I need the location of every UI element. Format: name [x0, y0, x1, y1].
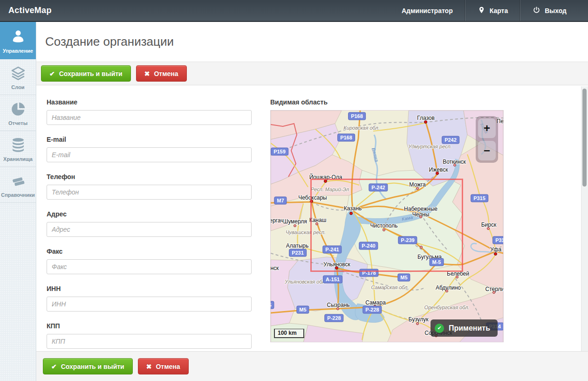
sidebar-item-reports[interactable]: Отчеты	[0, 95, 36, 131]
x-icon: ✖	[146, 363, 152, 370]
zoom-out-button[interactable]: −	[478, 141, 496, 160]
nav-map-link[interactable]: Карта	[465, 0, 520, 21]
address-field-group: Адрес	[47, 210, 252, 237]
map-city-dot	[494, 252, 497, 256]
fax-field-group: Факс	[47, 248, 252, 274]
check-icon: ✔	[51, 363, 57, 370]
kpp-field-group: КПП	[47, 322, 252, 349]
app-logo[interactable]: ActiveMap	[0, 6, 52, 15]
organization-form: НазваниеE-mailТелефонАдресФаксИННКПП	[47, 85, 252, 351]
sidebar-item-label: Управление	[3, 48, 33, 54]
fax-input[interactable]	[47, 259, 252, 274]
map-city-label: Шумерля	[283, 219, 307, 224]
phone-input[interactable]	[47, 185, 252, 200]
sidebar-item-directories[interactable]: Справочники	[0, 167, 36, 203]
page-title: Создание организации	[45, 35, 174, 49]
apply-button-label: Применить	[449, 324, 490, 333]
map-city-dot	[487, 227, 490, 230]
map-column: Видимая область	[270, 85, 504, 351]
nav-user[interactable]: Администратор	[390, 0, 465, 21]
save-button-bottom-label: Сохранить и выйти	[61, 363, 124, 370]
sidebar-item-label: Справочники	[1, 192, 35, 198]
save-button-label: Сохранить и выйти	[59, 70, 123, 77]
cancel-button-bottom-label: Отмена	[156, 363, 180, 370]
scrollbar[interactable]	[581, 86, 588, 351]
map-scale: 100 km	[274, 329, 304, 338]
name-input[interactable]	[47, 110, 252, 125]
apply-button[interactable]: ✔ Применить	[431, 319, 498, 337]
map-road-badge: Р168	[337, 134, 355, 142]
map-region-label: Удмуртская респ.	[408, 144, 452, 149]
map-road-badge: Р168	[348, 112, 366, 120]
phone-field-group: Телефон	[47, 173, 252, 200]
kpp-input[interactable]	[47, 334, 252, 349]
map-city-label: Бузулук	[409, 317, 429, 322]
map-city-dot	[456, 276, 458, 278]
email-field-group: E-mail	[47, 136, 252, 162]
map-city-dot	[336, 307, 339, 310]
inn-field-group: ИНН	[47, 285, 252, 312]
save-button[interactable]: ✔ Сохранить и выйти	[41, 65, 131, 82]
sidebar-item-management[interactable]: Управление	[0, 22, 36, 59]
map-region-label: Ульяновская обл.	[285, 279, 326, 284]
map-city-dot	[424, 120, 427, 124]
map-road-badge: Р159	[271, 148, 288, 156]
fax-label: Факс	[47, 248, 252, 255]
nav-map-label: Карта	[490, 7, 508, 14]
address-input[interactable]	[47, 222, 252, 237]
database-icon	[10, 137, 27, 153]
cancel-button-bottom[interactable]: ✖ Отмена	[138, 358, 189, 374]
name-field-group: Название	[47, 98, 252, 125]
map-city-label: Саранск	[270, 265, 279, 271]
name-label: Название	[47, 98, 252, 106]
sidebar-item-storages[interactable]: Хранилища	[0, 131, 36, 167]
map-road-badge: М5	[270, 301, 274, 309]
nav-logout[interactable]: Выход	[520, 0, 579, 21]
map-city-dot	[492, 291, 495, 294]
map-road-badge: А-151	[323, 276, 342, 284]
map-city-label: Сергач	[270, 218, 283, 223]
map-road-badge: Р-228	[324, 314, 343, 322]
cancel-button-label: Отмена	[154, 70, 178, 77]
map-city-label: Уфа	[490, 247, 501, 252]
map-city-dot	[453, 164, 456, 166]
phone-label: Телефон	[47, 173, 252, 180]
sidebar: УправлениеСлоиОтчетыХранилищаСправочники	[0, 22, 36, 381]
sidebar-item-layers[interactable]: Слои	[0, 59, 36, 95]
map-city-dot	[416, 322, 419, 325]
top-toolbar: ✔ Сохранить и выйти ✖ Отмена	[36, 62, 588, 85]
map-widget[interactable]: ГлазовПермьВоткинскИжевскЙошкар-ОлаМожга…	[270, 110, 504, 342]
map-selection-rectangle[interactable]	[310, 179, 463, 272]
nav-user-label: Администратор	[402, 7, 453, 14]
pie-chart-icon	[10, 101, 27, 118]
power-icon	[533, 6, 540, 15]
x-icon: ✖	[144, 70, 150, 77]
map-region-label: Кировская обл.	[343, 125, 379, 131]
map-road-badge: Р315	[471, 194, 488, 202]
main-area: Создание организации ✔ Сохранить и выйти…	[36, 22, 588, 381]
sidebar-item-label: Слои	[11, 84, 24, 90]
email-input[interactable]	[47, 147, 252, 162]
map-road-badge: Р242	[442, 136, 459, 144]
map-city-label: Алатырь	[286, 243, 308, 249]
map-city-dot	[294, 224, 296, 227]
content-area: НазваниеE-mailТелефонАдресФаксИННКПП Вид…	[36, 85, 588, 351]
map-pin-icon	[478, 6, 485, 15]
map-zoom-controls: + −	[476, 116, 498, 163]
scrollbar-thumb[interactable]	[582, 89, 587, 187]
map-road-badge: Р315	[492, 236, 504, 244]
zoom-in-button[interactable]: +	[478, 118, 496, 138]
map-section-label: Видимая область	[270, 98, 504, 106]
map-road-badge: М5	[296, 306, 309, 314]
inn-input[interactable]	[47, 297, 252, 312]
map-road-badge: Р231	[289, 249, 307, 257]
top-navbar: ActiveMap Администратор Карта Выход	[0, 0, 588, 22]
cancel-button[interactable]: ✖ Отмена	[136, 65, 187, 82]
bottom-toolbar: ✔ Сохранить и выйти ✖ Отмена	[36, 351, 588, 381]
map-road-badge: Р-228	[362, 306, 382, 314]
sidebar-item-label: Хранилища	[3, 156, 33, 162]
check-icon: ✔	[435, 324, 444, 333]
sidebar-item-label: Отчеты	[8, 120, 27, 126]
save-button-bottom[interactable]: ✔ Сохранить и выйти	[43, 358, 133, 374]
inn-label: ИНН	[47, 285, 252, 292]
